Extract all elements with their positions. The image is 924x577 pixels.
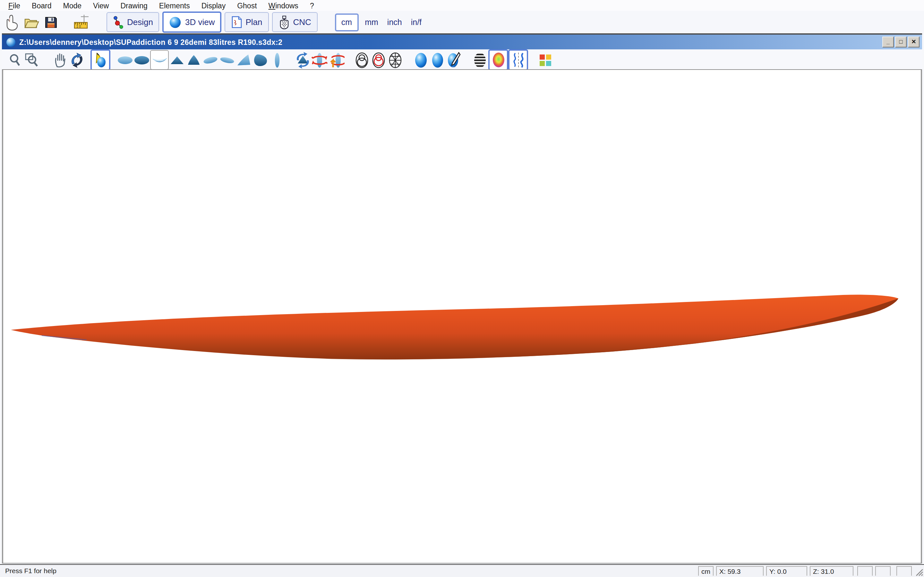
view-toolbar xyxy=(2,49,922,71)
menu-board[interactable]: Board xyxy=(26,2,57,9)
unit-mm[interactable]: mm xyxy=(360,18,383,27)
status-empty-panel xyxy=(875,566,891,576)
status-unit: cm xyxy=(698,566,714,576)
minimize-button[interactable]: _ xyxy=(882,37,894,47)
3d-canvas[interactable] xyxy=(2,69,922,564)
cnc-button[interactable]: CNC xyxy=(272,12,318,32)
status-x-coordinate: X: 59.3 xyxy=(716,566,764,576)
rotate-object-icon[interactable] xyxy=(294,52,311,68)
menu-ghost[interactable]: Ghost xyxy=(231,2,262,9)
rotate-axis-icon[interactable] xyxy=(311,52,328,68)
view-nose-icon[interactable] xyxy=(169,52,186,68)
view-perspective-2-icon[interactable] xyxy=(219,52,236,68)
menu-file[interactable]: File xyxy=(3,2,26,9)
view-perspective-1-icon[interactable] xyxy=(202,52,219,68)
view-deck-icon[interactable] xyxy=(117,52,134,68)
color-tiles-icon[interactable] xyxy=(537,52,554,68)
render-curvature-icon[interactable] xyxy=(488,49,508,71)
view-bottom-icon[interactable] xyxy=(134,52,150,68)
status-empty-panel xyxy=(857,566,873,576)
render-smooth-icon[interactable] xyxy=(429,52,446,68)
window-controls: _ □ ✕ xyxy=(882,37,919,47)
plan-icon xyxy=(231,15,242,29)
flip-board-icon[interactable] xyxy=(328,52,344,68)
menu-view[interactable]: View xyxy=(87,2,115,9)
flex-curves-icon[interactable] xyxy=(508,49,528,71)
svg-text:1 0: 1 0 xyxy=(76,24,81,28)
save-floppy-icon[interactable] xyxy=(42,13,59,31)
unit-cm[interactable]: cm xyxy=(335,13,359,31)
rotate-view-icon[interactable] xyxy=(69,52,86,68)
render-design-icon[interactable] xyxy=(446,52,463,68)
3d-view-icon xyxy=(169,16,182,29)
measure-ruler-icon[interactable]: 1 0 xyxy=(73,13,90,31)
status-help-text: Press F1 for help xyxy=(5,567,57,574)
main-toolbar: 1 0 Design 3D view Plan CNC cm mm inch i… xyxy=(0,11,924,33)
select-3d-icon[interactable] xyxy=(90,49,110,71)
menu-help[interactable]: ? xyxy=(304,2,320,9)
document-sphere-icon xyxy=(6,37,15,47)
resize-grip-icon[interactable] xyxy=(915,568,923,576)
status-empty-panel xyxy=(897,566,912,576)
document-titlebar[interactable]: Z:\Users\dennery\Desktop\SUPaddiction 6 … xyxy=(2,35,922,49)
app-window: File Board Mode View Drawing Elements Di… xyxy=(0,0,924,577)
view-perspective-3-icon[interactable] xyxy=(236,52,252,68)
open-folder-icon[interactable] xyxy=(23,13,40,31)
menu-bar: File Board Mode View Drawing Elements Di… xyxy=(0,0,924,11)
zoom-window-icon[interactable] xyxy=(24,52,40,68)
unit-selector: cm mm inch in/f xyxy=(335,13,426,31)
wireframe-slices-icon[interactable] xyxy=(370,52,387,68)
view-tail-icon[interactable] xyxy=(186,52,202,68)
status-z-coordinate: Z: 31.0 xyxy=(810,566,853,576)
new-hand-icon[interactable] xyxy=(4,13,21,31)
3d-view-button[interactable]: 3D view xyxy=(163,11,221,33)
menu-elements[interactable]: Elements xyxy=(153,2,196,9)
maximize-button[interactable]: □ xyxy=(895,37,907,47)
menu-display[interactable]: Display xyxy=(196,2,231,9)
menu-windows[interactable]: Windows xyxy=(263,2,304,9)
render-solid-icon[interactable] xyxy=(413,52,429,68)
menu-drawing[interactable]: Drawing xyxy=(115,2,153,9)
design-button[interactable]: Design xyxy=(107,12,160,32)
zoom-icon[interactable] xyxy=(7,52,24,68)
unit-inch[interactable]: inch xyxy=(383,18,407,27)
view-side-icon[interactable] xyxy=(150,50,169,70)
render-zebra-icon[interactable] xyxy=(472,52,488,68)
view-front-icon[interactable] xyxy=(269,52,286,68)
status-y-coordinate: Y: 0.0 xyxy=(766,566,807,576)
view-perspective-4-icon[interactable] xyxy=(252,52,269,68)
board-render xyxy=(3,70,921,563)
close-button[interactable]: ✕ xyxy=(908,37,919,47)
design-button-label: Design xyxy=(127,17,153,27)
plan-button-label: Plan xyxy=(246,17,262,27)
screen: File Board Mode View Drawing Elements Di… xyxy=(0,0,924,577)
cnc-button-label: CNC xyxy=(293,17,311,27)
3d-view-button-label: 3D view xyxy=(185,17,215,27)
design-icon xyxy=(113,15,124,29)
board-silhouette xyxy=(11,295,898,359)
unit-inf[interactable]: in/f xyxy=(407,18,426,27)
wireframe-mesh-icon[interactable] xyxy=(387,52,404,68)
plan-button[interactable]: Plan xyxy=(224,12,268,32)
cnc-icon xyxy=(278,15,290,29)
pan-hand-icon[interactable] xyxy=(52,52,69,68)
status-bar: Press F1 for help cm X: 59.3 Y: 0.0 Z: 3… xyxy=(0,564,924,577)
wireframe-icon[interactable] xyxy=(354,52,370,68)
document-title: Z:\Users\dennery\Desktop\SUPaddiction 6 … xyxy=(19,38,282,46)
menu-mode[interactable]: Mode xyxy=(57,2,87,9)
